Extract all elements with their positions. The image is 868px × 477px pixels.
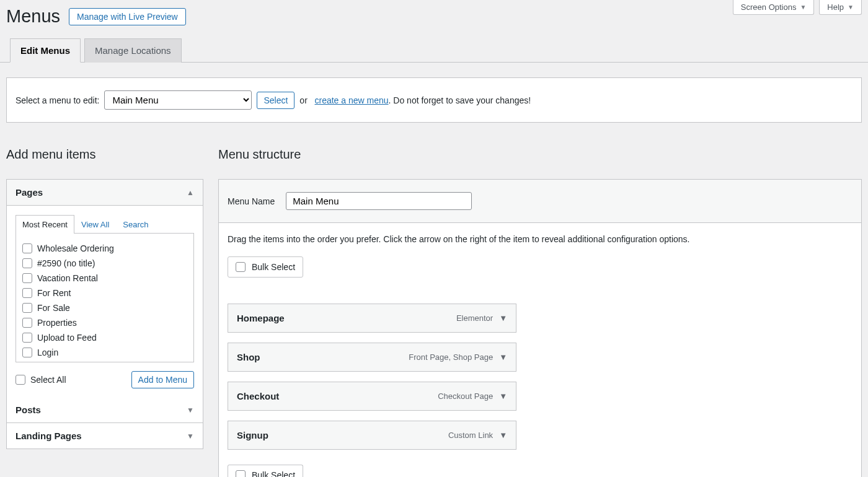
caret-up-icon: ▲ (187, 188, 194, 197)
list-item[interactable]: For Sale (22, 300, 187, 315)
live-preview-button[interactable]: Manage with Live Preview (69, 8, 186, 25)
menu-item-title: Signup (237, 430, 268, 440)
menu-item-title: Homepage (237, 313, 285, 323)
page-checkbox[interactable] (22, 333, 32, 343)
caret-down-icon[interactable]: ▼ (499, 392, 507, 401)
list-item[interactable]: Wholesale Ordering (22, 241, 187, 256)
caret-down-icon: ▼ (187, 406, 194, 414)
page-checkbox[interactable] (22, 318, 32, 328)
menu-select[interactable]: Main Menu (104, 90, 252, 110)
caret-down-icon[interactable]: ▼ (499, 313, 507, 323)
add-to-menu-button[interactable]: Add to Menu (131, 371, 194, 388)
bulk-select-label: Bulk Select (252, 262, 295, 272)
tab-edit-menus[interactable]: Edit Menus (10, 38, 81, 63)
tab-most-recent[interactable]: Most Recent (16, 215, 74, 234)
bulk-select-label: Bulk Select (252, 470, 295, 477)
select-menu-label: Select a menu to edit: (16, 95, 99, 105)
page-checkbox[interactable] (22, 273, 32, 283)
pages-panel-header[interactable]: Pages ▲ (7, 180, 203, 206)
screen-options-tab[interactable]: Screen Options ▼ (733, 0, 815, 15)
list-item[interactable]: Login (22, 345, 187, 360)
select-all-checkbox[interactable] (16, 375, 25, 385)
page-title: Menus (6, 6, 60, 27)
caret-down-icon[interactable]: ▼ (499, 352, 507, 362)
caret-down-icon: ▼ (187, 432, 194, 440)
menu-item[interactable]: Shop Front Page, Shop Page ▼ (228, 343, 516, 372)
list-item[interactable]: For Rent (22, 286, 187, 300)
menu-name-input[interactable] (286, 192, 472, 210)
tab-search[interactable]: Search (116, 215, 155, 234)
pages-panel-body: Most Recent View All Search Wholesale Or… (7, 206, 203, 397)
list-item[interactable]: Upload to Feed (22, 330, 187, 345)
menu-item[interactable]: Signup Custom Link ▼ (228, 421, 516, 450)
page-checkbox[interactable] (22, 258, 32, 268)
menu-item-type: Elementor (456, 313, 493, 323)
list-item[interactable]: #2590 (no title) (22, 256, 187, 271)
landing-panel-title: Landing Pages (16, 431, 82, 441)
menu-name-label: Menu Name (228, 196, 275, 206)
add-items-panel: Pages ▲ Most Recent View All Search Whol… (6, 179, 203, 449)
menu-structure-box: Menu Name Drag the items into the order … (218, 179, 862, 477)
nav-tab-wrapper: Edit Menus Manage Locations (0, 38, 868, 63)
add-menu-items-heading: Add menu items (6, 147, 203, 162)
menu-item-title: Shop (237, 352, 260, 362)
bulk-select-bottom[interactable]: Bulk Select (228, 465, 303, 477)
or-text: or (299, 95, 307, 105)
menu-item-type: Custom Link (448, 431, 493, 440)
list-item[interactable]: Properties (22, 315, 187, 330)
page-checkbox[interactable] (22, 303, 32, 313)
bulk-select-checkbox[interactable] (236, 470, 246, 477)
select-menu-bar: Select a menu to edit: Main Menu Select … (6, 77, 862, 123)
menu-item[interactable]: Homepage Elementor ▼ (228, 304, 516, 333)
menu-item-type: Checkout Page (438, 392, 493, 401)
page-checkbox[interactable] (22, 348, 32, 357)
menu-item[interactable]: Checkout Checkout Page ▼ (228, 382, 516, 411)
tab-view-all[interactable]: View All (74, 215, 116, 234)
landing-panel-header[interactable]: Landing Pages ▼ (7, 423, 203, 449)
tab-manage-locations[interactable]: Manage Locations (84, 38, 182, 63)
caret-down-icon: ▼ (800, 4, 806, 11)
menu-item-title: Checkout (237, 391, 279, 401)
list-item[interactable]: Vacation Rental (22, 271, 187, 286)
select-all-label: Select All (30, 375, 66, 385)
page-checkbox[interactable] (22, 243, 32, 253)
posts-panel-header[interactable]: Posts ▼ (7, 397, 203, 423)
select-all-row[interactable]: Select All (16, 375, 66, 385)
create-menu-link[interactable]: create a new menu (314, 95, 388, 105)
select-suffix: . Do not forget to save your changes! (389, 95, 531, 105)
page-checkbox[interactable] (22, 288, 32, 298)
bulk-select-top[interactable]: Bulk Select (228, 256, 303, 278)
caret-down-icon: ▼ (848, 4, 854, 11)
help-label: Help (827, 2, 844, 12)
posts-panel-title: Posts (16, 405, 41, 415)
select-button[interactable]: Select (257, 92, 294, 109)
screen-options-label: Screen Options (741, 2, 797, 12)
caret-down-icon[interactable]: ▼ (499, 431, 507, 440)
menu-item-type: Front Page, Shop Page (409, 352, 493, 362)
pages-checklist: Wholesale Ordering #2590 (no title) Vaca… (16, 234, 194, 362)
structure-help: Drag the items into the order you prefer… (228, 234, 852, 244)
menu-structure-heading: Menu structure (218, 147, 862, 162)
pages-panel-title: Pages (16, 187, 43, 198)
help-tab[interactable]: Help ▼ (819, 0, 862, 15)
bulk-select-checkbox[interactable] (236, 262, 246, 272)
